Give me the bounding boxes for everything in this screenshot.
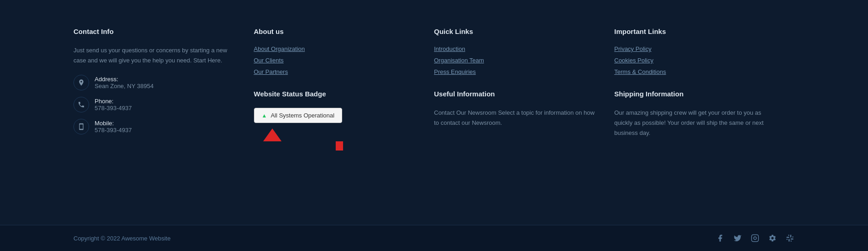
arrow-indicator [263, 128, 416, 151]
instagram-icon[interactable] [750, 234, 760, 243]
copyright-text: Copyright © 2022 Awesome Website [73, 235, 170, 242]
status-badge[interactable]: ▲ All Systems Operational [254, 108, 343, 123]
facebook-icon[interactable] [716, 234, 725, 243]
mobile-value: 578-393-4937 [95, 127, 132, 134]
phone-info: Phone: 578-393-4937 [95, 98, 132, 112]
useful-info-title: Useful Information [434, 90, 596, 98]
introduction-link[interactable]: Introduction [434, 45, 596, 52]
privacy-policy-link[interactable]: Privacy Policy [614, 45, 777, 52]
useful-info-text: Contact Our Newsroom Select a topic for … [434, 108, 596, 128]
important-links-col: Important Links Privacy Policy Cookies P… [614, 28, 795, 202]
mobile-item: Mobile: 578-393-4937 [73, 119, 236, 134]
slack-icon[interactable] [785, 234, 795, 243]
phone-item: Phone: 578-393-4937 [73, 97, 236, 112]
shipping-info-text: Our amazing shipping crew will get your … [614, 108, 777, 138]
about-us-title: About us [254, 28, 416, 35]
press-enquiries-link[interactable]: Press Enquiries [434, 68, 596, 75]
quick-links-col: Quick Links Introduction Organisation Te… [434, 28, 614, 202]
shipping-info-title: Shipping Information [614, 90, 777, 98]
terms-conditions-link[interactable]: Terms & Conditions [614, 68, 777, 75]
status-badge-title: Website Status Badge [254, 90, 416, 98]
our-clients-link[interactable]: Our Clients [254, 57, 416, 64]
quick-links-title: Quick Links [434, 28, 596, 35]
footer-main: Contact Info Just send us your questions… [0, 0, 868, 225]
about-us-col: About us About Organization Our Clients … [254, 28, 434, 202]
status-badge-container: ▲ All Systems Operational [254, 108, 416, 151]
arrow-stem [336, 141, 343, 151]
organisation-team-link[interactable]: Organisation Team [434, 57, 596, 64]
address-value: Sean Zone, NY 38954 [95, 83, 153, 89]
about-org-link[interactable]: About Organization [254, 45, 416, 52]
mobile-label: Mobile: [95, 120, 132, 127]
contact-title: Contact Info [73, 28, 236, 35]
social-icons-container [716, 234, 795, 243]
phone-value: 578-393-4937 [95, 105, 132, 112]
footer-bottom: Copyright © 2022 Awesome Website [0, 225, 868, 251]
status-badge-text: All Systems Operational [271, 112, 334, 119]
arrow-up-icon [263, 128, 282, 141]
svg-rect-0 [752, 235, 759, 242]
cookies-policy-link[interactable]: Cookies Policy [614, 57, 777, 64]
address-item: Address: Sean Zone, NY 38954 [73, 75, 236, 90]
status-dot-icon: ▲ [262, 112, 267, 119]
important-links-title: Important Links [614, 28, 777, 35]
our-partners-link[interactable]: Our Partners [254, 68, 416, 75]
phone-label: Phone: [95, 98, 132, 105]
twitter-icon[interactable] [733, 234, 742, 243]
address-icon [73, 75, 89, 90]
address-info: Address: Sean Zone, NY 38954 [95, 76, 153, 89]
phone-icon [73, 97, 89, 112]
contact-description: Just send us your questions or concerns … [73, 45, 236, 66]
mobile-icon [73, 119, 89, 134]
address-label: Address: [95, 76, 153, 83]
settings-icon[interactable] [768, 234, 777, 243]
contact-info-col: Contact Info Just send us your questions… [73, 28, 254, 202]
mobile-info: Mobile: 578-393-4937 [95, 120, 132, 134]
